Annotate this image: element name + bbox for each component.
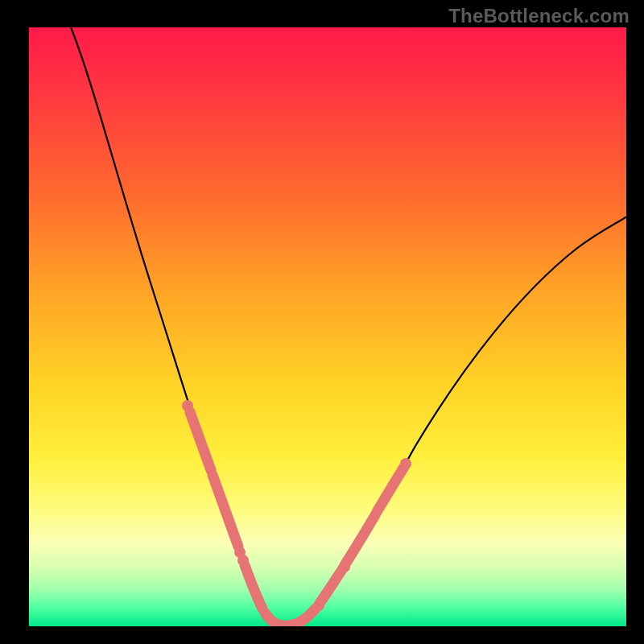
highlight-left-upper	[190, 412, 211, 470]
highlight-left-low	[245, 565, 262, 609]
highlight-dot	[313, 600, 324, 611]
highlight-dot	[400, 458, 411, 469]
highlight-dot	[182, 400, 193, 411]
plot-area	[29, 27, 626, 626]
highlight-dot	[339, 561, 350, 572]
highlight-right-mid	[345, 515, 375, 565]
chart-frame: TheBottleneck.com	[0, 0, 644, 644]
watermark-text: TheBottleneck.com	[448, 5, 630, 27]
highlight-right-upper	[377, 467, 404, 512]
highlight-dot	[237, 555, 249, 566]
highlight-valley-right	[287, 609, 316, 625]
highlight-right-low	[320, 568, 343, 602]
highlight-valley-left	[265, 613, 283, 625]
highlight-left-mid	[213, 475, 238, 547]
curve-svg	[29, 27, 626, 626]
bottleneck-curve	[71, 27, 626, 626]
